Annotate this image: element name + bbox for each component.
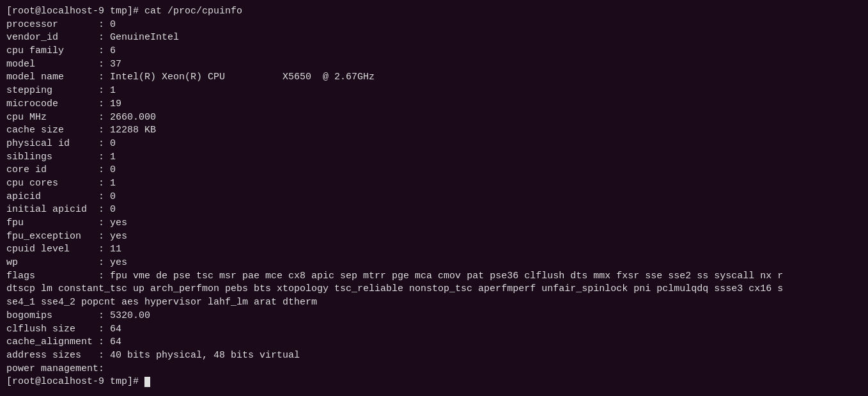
terminal-line-clflush_size: clflush size : 64 bbox=[6, 323, 862, 337]
terminal-line-processor: processor : 0 bbox=[6, 19, 862, 32]
terminal-line-cpuid_level: cpuid level : 11 bbox=[6, 243, 862, 257]
terminal-line-cpu_mhz: cpu MHz : 2660.000 bbox=[6, 111, 862, 125]
terminal-line-microcode: microcode : 19 bbox=[6, 98, 862, 111]
terminal-line-wp: wp : yes bbox=[6, 257, 862, 270]
terminal-line-address_sizes: address sizes : 40 bits physical, 48 bit… bbox=[6, 349, 862, 363]
terminal-line-model: model : 37 bbox=[6, 58, 862, 72]
terminal-line-fpu_exception: fpu_exception : yes bbox=[6, 230, 862, 244]
terminal-line-cache_size: cache size : 12288 KB bbox=[6, 124, 862, 138]
terminal-line-bogomips: bogomips : 5320.00 bbox=[6, 310, 862, 323]
terminal-line-prev-prompt: [root@localhost-9 tmp]# cat /proc/cpuinf… bbox=[6, 5, 862, 19]
terminal-line-cpu_cores: cpu cores : 1 bbox=[6, 177, 862, 191]
terminal-line-flags: flags : fpu vme de pse tsc msr pae mce c… bbox=[6, 270, 862, 283]
terminal-line-flags2: dtscp lm constant_tsc up arch_perfmon pe… bbox=[6, 283, 862, 296]
terminal-line-stepping: stepping : 1 bbox=[6, 84, 862, 98]
terminal-window: [root@localhost-9 tmp]# cat /proc/cpuinf… bbox=[0, 0, 868, 396]
terminal-line-cpu_family: cpu family : 6 bbox=[6, 45, 862, 58]
terminal-line-siblings: siblings : 1 bbox=[6, 151, 862, 164]
terminal-line-model_name: model name : Intel(R) Xeon(R) CPU X5650 … bbox=[6, 71, 862, 84]
terminal-line-flags3: se4_1 sse4_2 popcnt aes hypervisor lahf_… bbox=[6, 296, 862, 310]
terminal-line-physical_id: physical id : 0 bbox=[6, 138, 862, 151]
terminal-line-vendor_id: vendor_id : GenuineIntel bbox=[6, 31, 862, 45]
terminal-line-apicid: apicid : 0 bbox=[6, 191, 862, 204]
terminal-line-core_id: core id : 0 bbox=[6, 164, 862, 177]
terminal-line-fpu: fpu : yes bbox=[6, 217, 862, 230]
terminal-line-initial_apicid: initial apicid : 0 bbox=[6, 203, 862, 217]
terminal-line-power_management: power management: bbox=[6, 363, 862, 376]
terminal-line-cache_alignment: cache_alignment : 64 bbox=[6, 336, 862, 349]
terminal-cursor bbox=[144, 377, 150, 387]
terminal-line-final_prompt: [root@localhost-9 tmp]# bbox=[6, 376, 862, 389]
